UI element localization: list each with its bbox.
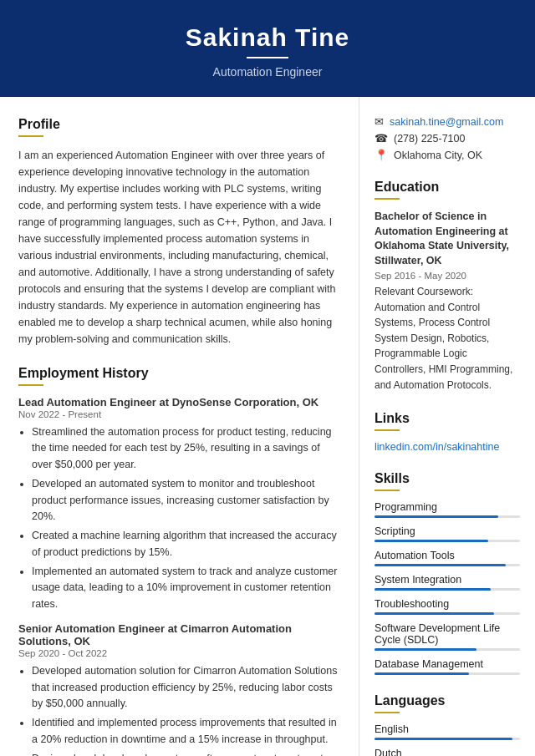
location-icon: 📍 [374,149,388,161]
job-1-bullets: Streamlined the automation process for p… [18,424,340,612]
skill-bar-fill-4 [374,612,494,615]
left-column: Profile I am an experienced Automation E… [0,97,359,756]
employment-divider [18,384,43,386]
employment-section: Employment History Lead Automation Engin… [18,366,340,756]
education-divider [374,198,400,200]
links-title: Links [374,411,520,426]
location-text: Oklahoma City, OK [394,150,482,161]
header-divider [247,57,288,58]
job-2-bullets: Developed automation solution for Cimarr… [18,663,340,756]
skill-bar-bg-6 [374,672,520,675]
skill-item-1: Scripting [374,525,520,542]
skill-label-1: Scripting [374,525,520,537]
skill-item-5: Software Development Life Cycle (SDLC) [374,622,520,651]
languages-section: Languages English Dutch [374,693,520,756]
job-2-bullet-3: Designed and developed a custom software… [32,751,340,756]
lang-item-0: English [374,723,520,740]
skill-bar-bg-5 [374,648,520,651]
candidate-title: Automation Engineer [17,65,518,79]
linkedin-link-item: linkedin.com/in/sakinahtine [374,441,520,453]
job-1-bullet-4: Implemented an automated system to track… [32,564,340,612]
skill-bar-fill-6 [374,672,469,675]
skill-bar-fill-1 [374,540,488,542]
skill-label-5: Software Development Life Cycle (SDLC) [374,622,520,646]
links-divider [374,429,400,431]
job-1-bullet-1: Streamlined the automation process for p… [32,424,340,473]
skill-item-3: System Integration [374,574,520,591]
education-degree: Bachelor of Science in Automation Engine… [374,210,520,268]
skill-label-4: Troubleshooting [374,598,520,610]
skill-bar-bg-2 [374,564,520,566]
skill-label-2: Automation Tools [374,550,520,561]
skill-item-4: Troubleshooting [374,598,520,615]
skills-section: Skills Programming Scripting Automation … [374,471,520,675]
skill-bar-bg-1 [374,540,520,542]
job-2-bullet-2: Identified and implemented process impro… [32,715,340,748]
linkedin-link[interactable]: linkedin.com/in/sakinahtine [374,441,499,453]
job-2-title: Senior Automation Engineer at Cimarron A… [18,622,340,647]
skill-item-2: Automation Tools [374,550,520,566]
skills-title: Skills [374,471,520,486]
contact-phone: ☎ (278) 225-7100 [374,132,520,145]
job-2: Senior Automation Engineer at Cimarron A… [18,622,340,756]
candidate-name: Sakinah Tine [17,23,518,52]
languages-divider [374,712,400,713]
job-1-title: Lead Automation Engineer at DynoSense Co… [18,396,340,408]
profile-divider [18,135,43,137]
education-title: Education [374,180,520,195]
skill-bar-fill-5 [374,648,476,651]
skill-label-6: Database Management [374,658,520,670]
education-coursework: Relevant Coursework: Automation and Cont… [374,284,520,393]
lang-bar-fill-0 [374,738,512,740]
profile-text: I am an experienced Automation Engineer … [18,147,340,348]
skill-label-0: Programming [374,501,520,513]
profile-section: Profile I am an experienced Automation E… [18,117,340,348]
job-1-dates: Nov 2022 - Present [18,409,340,419]
lang-item-1: Dutch [374,748,520,756]
contact-section: ✉ sakinah.tine@gmail.com ☎ (278) 225-710… [374,115,520,161]
skill-label-3: System Integration [374,574,520,586]
skill-bar-bg-3 [374,588,520,591]
contact-email: ✉ sakinah.tine@gmail.com [374,115,520,128]
languages-title: Languages [374,693,520,708]
skill-bar-fill-0 [374,515,498,518]
job-2-bullet-1: Developed automation solution for Cimarr… [32,663,340,712]
email-icon: ✉ [374,115,384,128]
phone-text: (278) 225-7100 [394,133,465,145]
job-2-dates: Sep 2020 - Oct 2022 [18,648,340,658]
education-dates: Sep 2016 - May 2020 [374,271,520,281]
skill-bar-fill-3 [374,588,491,591]
skill-item-6: Database Management [374,658,520,675]
lang-bar-bg-0 [374,738,520,740]
resume-header: Sakinah Tine Automation Engineer [0,0,535,97]
education-section: Education Bachelor of Science in Automat… [374,180,520,393]
languages-list: English Dutch [374,723,520,756]
right-column: ✉ sakinah.tine@gmail.com ☎ (278) 225-710… [359,97,535,756]
skill-item-0: Programming [374,501,520,518]
lang-label-1: Dutch [374,748,520,756]
profile-title: Profile [18,117,340,132]
contact-location: 📍 Oklahoma City, OK [374,149,520,161]
skills-list: Programming Scripting Automation Tools S… [374,501,520,675]
main-content: Profile I am an experienced Automation E… [0,97,535,756]
job-1-bullet-3: Created a machine learning algorithm tha… [32,528,340,561]
skill-bar-fill-2 [374,564,506,566]
skill-bar-bg-0 [374,515,520,518]
skill-bar-bg-4 [374,612,520,615]
email-link[interactable]: sakinah.tine@gmail.com [390,116,503,128]
phone-icon: ☎ [374,132,388,145]
employment-title: Employment History [18,366,340,381]
skills-divider [374,490,400,491]
lang-label-0: English [374,723,520,735]
job-1: Lead Automation Engineer at DynoSense Co… [18,396,340,612]
job-1-bullet-2: Developed an automated system to monitor… [32,476,340,525]
links-section: Links linkedin.com/in/sakinahtine [374,411,520,453]
